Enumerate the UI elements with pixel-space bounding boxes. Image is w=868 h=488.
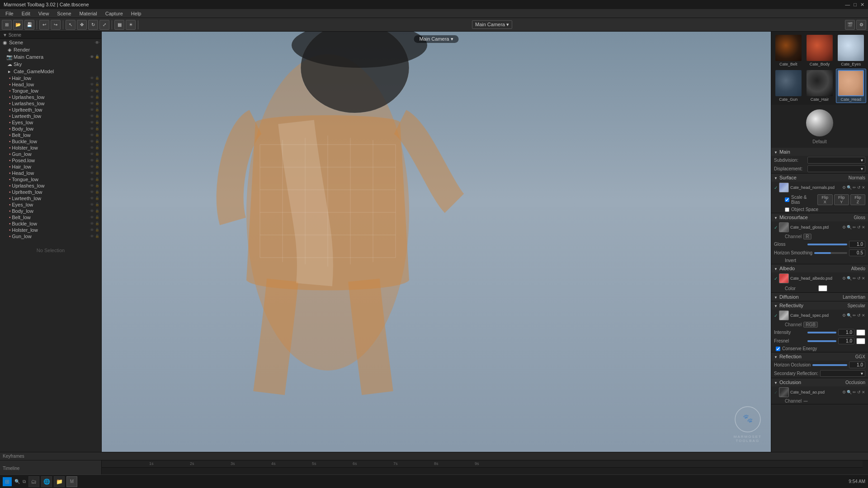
glossmap-settings[interactable]: ⚙ [842,225,846,230]
menu-edit[interactable]: Edit [18,10,34,17]
tree-item-body2[interactable]: ▪ Body_low 👁 🔒 [0,208,101,214]
tongue2-lock[interactable]: 🔒 [95,177,99,182]
uprlteeth2-lock[interactable]: 🔒 [95,190,99,194]
normalmap-edit[interactable]: ✏ [853,185,856,190]
albedomap-edit[interactable]: ✏ [853,276,856,281]
glossmap-edit[interactable]: ✏ [853,225,856,230]
taskbar-search[interactable]: 🔍 [14,479,20,484]
menu-file[interactable]: File [2,10,17,17]
intensity-value[interactable]: 1.0 [838,329,854,336]
uprlashes2-vis[interactable]: 👁 [90,183,94,188]
mat-thumb-head[interactable]: Cate_Head [836,69,866,103]
tree-item-eyes1[interactable]: ▪ Eyes_low 👁 🔒 [0,119,101,126]
tree-item-lwrteeth1[interactable]: ▪ Lwrteeth_low 👁 🔒 [0,113,101,119]
section-microsurface-header[interactable]: Microsurface Gloss [771,213,868,221]
albedomap-check[interactable]: ✓ [774,276,778,281]
gun2-lock[interactable]: 🔒 [95,234,99,239]
channel-spec-btn[interactable]: RGB [803,322,818,328]
buckle1-vis[interactable]: 👁 [90,139,94,144]
eyes1-lock[interactable]: 🔒 [95,120,99,125]
displacement-dropdown[interactable]: ▾ [807,165,865,172]
belt2-vis[interactable]: 👁 [90,215,94,220]
flip-y-button[interactable]: Flip Y [834,194,849,205]
tree-item-gun2[interactable]: ▪ Gun_low 👁 🔒 [0,233,101,239]
fresnel-slider[interactable] [807,340,836,342]
viewport[interactable]: Main Camera ▾ 🐾 MARMOSETTOOLBAG [102,32,771,452]
mat-thumb-eyes[interactable]: Cate_Eyes [836,33,866,68]
head1-vis[interactable]: 👁 [90,82,94,87]
toolbar-new[interactable]: ⊞ [2,20,12,30]
specmap-edit[interactable]: ✏ [853,313,856,318]
visibility-icon[interactable] [95,40,99,45]
buckle1-lock[interactable]: 🔒 [95,139,99,144]
uprlteeth1-lock[interactable]: 🔒 [95,108,99,112]
lwrlashes1-vis[interactable]: 👁 [90,101,94,106]
tree-item-buckle1[interactable]: ▪ Buckle_low 👁 🔒 [0,138,101,145]
uprlteeth1-vis[interactable]: 👁 [90,108,94,112]
head1-lock[interactable]: 🔒 [95,82,99,87]
normalmap-delete[interactable]: ✕ [862,185,865,190]
tree-item-uprlashes2[interactable]: ▪ Uprlashes_low 👁 🔒 [0,183,101,189]
belt1-vis[interactable]: 👁 [90,133,94,137]
toolbar-open[interactable]: 📂 [13,20,23,30]
tree-item-holster1[interactable]: ▪ Holster_low 👁 🔒 [0,145,101,151]
scalebias-checkbox[interactable] [785,197,789,202]
menu-view[interactable]: View [35,10,53,17]
belt2-lock[interactable]: 🔒 [95,215,99,220]
horizon-occlusion-value[interactable]: 1.0 [849,361,865,368]
channel-occ-btn[interactable] [803,401,808,402]
lwrteeth1-lock[interactable]: 🔒 [95,114,99,118]
camera-vis-icon[interactable]: 👁 [90,55,94,59]
uprlashes1-lock[interactable]: 🔒 [95,95,99,99]
viewport-camera-label[interactable]: Main Camera ▾ [414,35,458,43]
mat-thumb-gun[interactable]: Cate_Gun [773,69,803,103]
albedomap-settings[interactable]: ⚙ [842,276,846,281]
albedomap-reset[interactable]: ↺ [857,276,861,281]
intensity-slider[interactable] [807,332,836,333]
normalmap-reset[interactable]: ↺ [857,185,861,190]
timeline-scrollbar[interactable] [863,460,868,476]
intensity-color[interactable] [856,329,865,336]
uprlteeth2-vis[interactable]: 👁 [90,190,94,194]
specmap-settings[interactable]: ⚙ [842,313,846,318]
tree-item-hair1[interactable]: ▪ Hair_low 👁 🔒 [0,75,101,81]
conserve-energy-checkbox[interactable] [776,347,780,351]
head2-vis[interactable]: 👁 [90,171,94,175]
occmap-settings[interactable]: ⚙ [842,390,846,394]
tree-item-belt2[interactable]: ▪ Belt_low 👁 🔒 [0,214,101,221]
start-button[interactable]: ⊞ [3,477,12,486]
minimize-button[interactable]: — [845,2,850,8]
section-diffusion-header[interactable]: Diffusion Lambertian [771,293,868,301]
hair2-vis[interactable]: 👁 [90,164,94,169]
tree-item-sky[interactable]: ☁ Sky [0,61,101,68]
toolbar-undo[interactable]: ↩ [39,20,49,30]
buckle2-vis[interactable]: 👁 [90,221,94,226]
section-albedo-header[interactable]: Albedo Albedo [771,264,868,272]
occmap-delete[interactable]: ✕ [862,390,865,394]
horizon-occlusion-slider[interactable] [812,364,847,366]
body1-lock[interactable]: 🔒 [95,127,99,131]
toolbar-light[interactable]: ☀ [126,20,136,30]
fresnel-color[interactable] [856,338,865,344]
toolbar-scale[interactable]: ⤢ [99,20,109,30]
hair2-lock[interactable]: 🔒 [95,164,99,169]
subdivision-dropdown[interactable]: ▾ [807,157,865,164]
gun1-vis[interactable]: 👁 [90,152,94,156]
lwrteeth2-lock[interactable]: 🔒 [95,196,99,201]
tongue2-vis[interactable]: 👁 [90,177,94,182]
tree-item-eyes2[interactable]: ▪ Eyes_low 👁 🔒 [0,202,101,208]
eyes2-lock[interactable]: 🔒 [95,202,99,207]
holster1-vis[interactable]: 👁 [90,145,94,150]
section-reflection-header[interactable]: Reflection GGX [771,352,868,361]
section-reflectivity-header[interactable]: Reflectivity Specular [771,301,868,310]
taskbar-app-2[interactable]: 🌐 [41,476,52,487]
tree-item-camera[interactable]: 📷 Main Camera 👁 🔒 [0,53,101,61]
hair1-lock[interactable]: 🔒 [95,76,99,80]
posed-vis[interactable]: 👁 [90,158,94,163]
specmap-check[interactable]: ✓ [774,313,778,318]
flip-z-button[interactable]: Flip Z [850,194,865,205]
toolbar-redo[interactable]: ↪ [51,20,61,30]
taskbar-app-1[interactable]: 🗂 [28,476,39,487]
holster2-lock[interactable]: 🔒 [95,228,99,232]
taskbar-app-3[interactable]: 📁 [54,476,65,487]
